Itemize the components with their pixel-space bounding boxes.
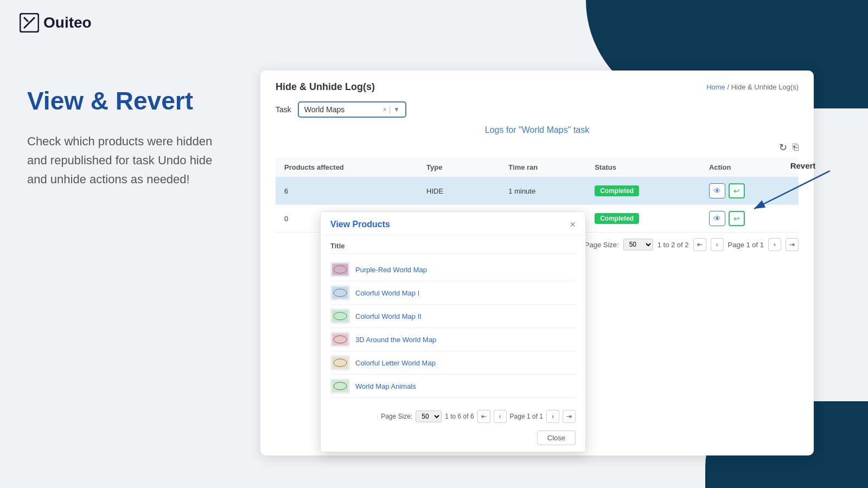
logo-text: Ouiteo (43, 14, 92, 31)
modal-page-label: Page 1 of 1 (510, 413, 543, 420)
revert-button[interactable]: ↩ (729, 211, 745, 226)
modal-page-size-select[interactable]: 50 (416, 410, 442, 422)
page-size-label: Page Size: (585, 241, 619, 249)
breadcrumb-current: Hide & Unhide Log(s) (731, 83, 799, 91)
product-thumbnail (330, 355, 350, 370)
page-size-select[interactable]: 50 25 100 (623, 239, 653, 251)
page-label: Page 1 of 1 (728, 241, 764, 249)
product-name[interactable]: 3D Around the World Map (355, 336, 436, 344)
product-name[interactable]: Colorful World Map I (355, 289, 419, 297)
logo-icon (20, 13, 39, 33)
revert-button[interactable]: ↩ (729, 183, 745, 198)
pagination-range: 1 to 2 of 2 (658, 241, 689, 249)
cell-type: HIDE (418, 177, 500, 205)
task-row: Task World Maps × | ▼ (276, 101, 799, 118)
breadcrumb-separator: / (727, 83, 731, 91)
task-select-value: World Maps (304, 105, 378, 114)
modal-title: View Products (330, 220, 390, 229)
left-content: View & Revert Check which products were … (27, 87, 233, 189)
list-item: Colorful World Map I (330, 281, 576, 305)
svg-rect-8 (332, 287, 348, 299)
svg-rect-10 (332, 310, 348, 322)
table-header-row: Products affected Type Time ran Status A… (276, 158, 799, 177)
modal-last-btn[interactable]: ⇥ (563, 410, 576, 423)
cell-status: Completed (586, 177, 700, 205)
prev-page-btn[interactable]: ‹ (711, 238, 724, 251)
view-button[interactable]: 👁 (709, 183, 725, 198)
panel-header: Hide & Unhide Log(s) Home / Hide & Unhid… (276, 81, 799, 93)
task-select-controls: × | ▼ (383, 105, 400, 114)
col-status: Status (586, 158, 700, 177)
status-badge: Completed (595, 213, 639, 224)
view-products-modal: View Products × Title Purple-Red World M… (320, 211, 586, 452)
list-item: 3D Around the World Map (330, 328, 576, 351)
product-thumbnail (330, 332, 350, 347)
task-select-chevron[interactable]: ▼ (393, 106, 400, 113)
modal-first-btn[interactable]: ⇤ (477, 410, 490, 423)
modal-range: 1 to 6 of 6 (445, 413, 474, 420)
action-buttons: 👁 ↩ (709, 211, 790, 226)
list-item: World Map Animals (330, 375, 576, 398)
col-type: Type (418, 158, 500, 177)
panel-title: Hide & Unhide Log(s) (276, 81, 375, 93)
task-label: Task (276, 105, 291, 114)
modal-header: View Products × (321, 212, 585, 235)
main-title: View & Revert (27, 87, 233, 115)
cell-products: 6 (276, 177, 418, 205)
product-name[interactable]: Colorful Letter World Map (355, 359, 436, 367)
modal-body: Title Purple-Red World Map Colorful Worl… (321, 235, 585, 404)
modal-close-button[interactable]: Close (537, 431, 576, 445)
table-row: 6 HIDE 1 minute Completed 👁 ↩ (276, 177, 799, 205)
svg-rect-6 (332, 264, 348, 275)
list-item: Colorful World Map II (330, 305, 576, 328)
col-time: Time ran (500, 158, 586, 177)
product-name[interactable]: World Map Animals (355, 382, 416, 390)
product-name[interactable]: Colorful World Map II (355, 312, 422, 320)
modal-pagination: Page Size: 50 1 to 6 of 6 ⇤ ‹ Page 1 of … (321, 404, 585, 426)
col-products: Products affected (276, 158, 418, 177)
task-select-divider: | (389, 105, 391, 114)
modal-prev-btn[interactable]: ‹ (494, 410, 507, 423)
breadcrumb: Home / Hide & Unhide Log(s) (706, 83, 799, 91)
action-buttons: 👁 ↩ (709, 183, 790, 198)
product-thumbnail (330, 285, 350, 300)
breadcrumb-home[interactable]: Home (706, 83, 725, 91)
svg-rect-12 (332, 333, 348, 345)
col-action: Action (700, 158, 799, 177)
last-page-btn[interactable]: ⇥ (786, 238, 799, 251)
svg-rect-16 (332, 380, 348, 392)
refresh-icon[interactable]: ↻ (779, 142, 787, 153)
task-select[interactable]: World Maps × | ▼ (298, 101, 406, 118)
description: Check which products were hidden and rep… (27, 132, 233, 189)
status-badge: Completed (595, 185, 639, 196)
modal-page-size-label: Page Size: (381, 413, 412, 420)
view-button[interactable]: 👁 (709, 211, 725, 226)
cell-action: 👁 ↩ (700, 177, 799, 205)
next-page-btn[interactable]: › (768, 238, 781, 251)
header: Ouiteo (20, 13, 92, 33)
cell-time: 1 minute (500, 177, 586, 205)
copy-icon[interactable]: ⎗ (793, 142, 799, 153)
modal-col-title: Title (330, 242, 576, 254)
list-item: Purple-Red World Map (330, 258, 576, 281)
task-select-clear[interactable]: × (383, 106, 387, 113)
product-thumbnail (330, 378, 350, 394)
product-name[interactable]: Purple-Red World Map (355, 266, 427, 274)
modal-footer: Close (321, 426, 585, 452)
product-thumbnail (330, 262, 350, 277)
modal-next-btn[interactable]: › (546, 410, 559, 423)
cell-status: Completed (586, 205, 700, 233)
product-thumbnail (330, 309, 350, 324)
cell-action: 👁 ↩ (700, 205, 799, 233)
logs-heading: Logs for "World Maps" task (276, 125, 799, 135)
table-toolbar: ↻ ⎗ (276, 142, 799, 153)
svg-rect-14 (332, 357, 348, 369)
list-item: Colorful Letter World Map (330, 351, 576, 375)
svg-line-2 (24, 17, 28, 22)
modal-close-icon[interactable]: × (570, 220, 576, 229)
first-page-btn[interactable]: ⇤ (693, 238, 706, 251)
